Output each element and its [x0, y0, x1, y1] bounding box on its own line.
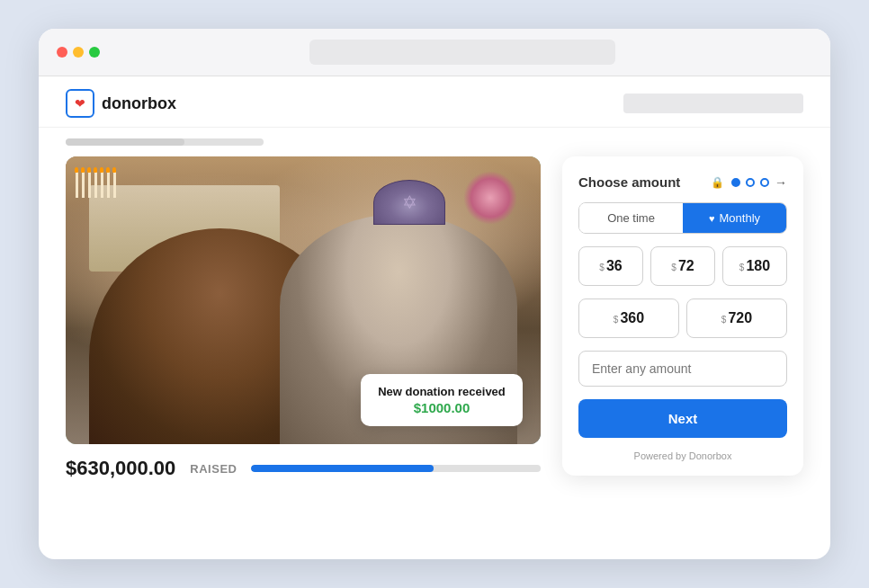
card-header: Choose amount 🔒 →: [578, 174, 787, 190]
progress-fill: [251, 465, 434, 472]
amount-value-2: 72: [678, 258, 694, 274]
kippah-decoration: [373, 180, 445, 225]
one-time-button[interactable]: One time: [579, 203, 683, 233]
step-dot-2: [746, 178, 755, 187]
stats-area: $630,000.00 RAISED: [66, 453, 541, 480]
monthly-label: Monthly: [720, 211, 761, 225]
currency-symbol-1: $: [599, 263, 605, 272]
lock-icon: 🔒: [711, 176, 724, 189]
next-button[interactable]: Next: [578, 399, 787, 438]
browser-dot-close[interactable]: [57, 47, 67, 58]
currency-symbol-4: $: [614, 315, 619, 325]
notification-popup: New donation received $1000.00: [361, 374, 523, 426]
currency-symbol-3: $: [739, 263, 745, 272]
candle-6: [107, 171, 110, 198]
logo-area: ❤ donorbox: [66, 89, 176, 118]
amount-button-180[interactable]: $ 180: [722, 246, 787, 286]
browser-dot-maximize[interactable]: [89, 47, 100, 58]
page-header: ❤ donorbox: [39, 76, 830, 128]
amount-value-5: 720: [728, 310, 752, 326]
page-body: New donation received $1000.00 $630,000.…: [39, 128, 830, 559]
logo-text: donorbox: [102, 94, 176, 113]
raised-amount: $630,000.00: [66, 457, 175, 480]
header-bar-right: [623, 94, 803, 113]
main-content: New donation received $1000.00 $630,000.…: [66, 156, 803, 541]
amount-value-4: 360: [620, 310, 644, 326]
heart-icon: ❤: [75, 96, 85, 111]
browser-window: ❤ donorbox: [39, 29, 830, 559]
amount-value-3: 180: [746, 258, 770, 274]
browser-dot-minimize[interactable]: [73, 47, 84, 58]
notification-title: New donation received: [377, 385, 506, 398]
amount-button-72[interactable]: $ 72: [650, 246, 715, 286]
browser-content: ❤ donorbox: [39, 76, 830, 559]
left-panel: New donation received $1000.00 $630,000.…: [66, 156, 541, 541]
raised-label: RAISED: [190, 462, 237, 476]
step-dot-1: [731, 178, 740, 187]
logo-icon: ❤: [66, 89, 94, 118]
browser-url-bar: [309, 40, 615, 65]
amount-button-720[interactable]: $ 720: [686, 298, 787, 338]
amount-button-36[interactable]: $ 36: [578, 246, 643, 286]
browser-dots: [57, 47, 100, 58]
step-arrow-icon: →: [775, 175, 787, 190]
amount-grid-row2: $ 360 $ 720: [578, 298, 787, 338]
notification-amount: $1000.00: [377, 400, 506, 415]
step-dot-3: [760, 178, 769, 187]
currency-symbol-2: $: [671, 263, 676, 272]
candles-decoration: [76, 171, 116, 198]
amount-grid-row1: $ 36 $ 72 $ 180: [578, 246, 787, 286]
candle-3: [88, 171, 91, 198]
frequency-toggle: One time ♥ Monthly: [578, 202, 787, 234]
flowers-decoration: [463, 171, 517, 225]
donation-card: Choose amount 🔒 → One time: [562, 156, 803, 476]
step-indicators: 🔒 →: [711, 175, 787, 190]
donation-image: New donation received $1000.00: [66, 156, 541, 444]
amount-button-360[interactable]: $ 360: [578, 298, 679, 338]
page-progress-bar-container: [66, 138, 803, 146]
custom-amount-input[interactable]: [578, 351, 787, 387]
candle-2: [82, 171, 85, 198]
page-progress-bar-track: [66, 138, 264, 146]
progress-track: [251, 465, 541, 472]
currency-symbol-5: $: [721, 315, 727, 325]
candle-5: [101, 171, 103, 198]
candle-4: [94, 171, 97, 198]
powered-by: Powered by Donorbox: [578, 450, 787, 461]
candle-7: [113, 171, 116, 198]
page-progress-bar-fill: [66, 138, 184, 146]
monthly-button[interactable]: ♥ Monthly: [683, 203, 786, 233]
right-panel: Choose amount 🔒 → One time: [562, 156, 803, 541]
heart-icon-monthly: ♥: [709, 213, 715, 224]
choose-amount-title: Choose amount: [578, 174, 680, 190]
browser-bar: [39, 29, 830, 76]
candle-1: [76, 171, 78, 198]
amount-value-1: 36: [606, 258, 623, 274]
